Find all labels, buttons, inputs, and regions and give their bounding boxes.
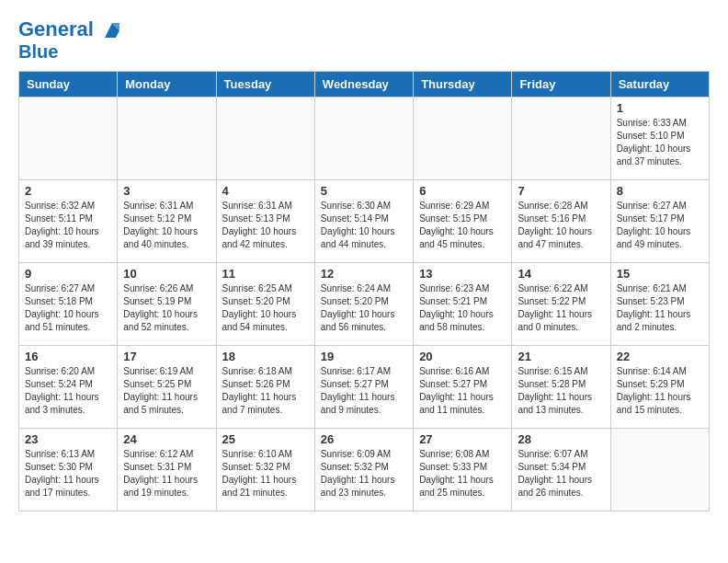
day-number: 12 xyxy=(321,267,407,281)
weekday-saturday: Saturday xyxy=(610,72,709,98)
logo-text: General xyxy=(18,18,123,41)
day-number: 6 xyxy=(419,184,506,198)
day-number: 27 xyxy=(419,432,506,446)
week-row-2: 2Sunrise: 6:32 AM Sunset: 5:11 PM Daylig… xyxy=(19,180,710,263)
weekday-thursday: Thursday xyxy=(414,72,512,98)
day-number: 3 xyxy=(123,184,210,198)
weekday-monday: Monday xyxy=(118,72,216,98)
day-info: Sunrise: 6:15 AM Sunset: 5:28 PM Dayligh… xyxy=(518,365,604,417)
day-cell: 21Sunrise: 6:15 AM Sunset: 5:28 PM Dayli… xyxy=(512,346,610,429)
day-cell xyxy=(610,429,709,511)
day-cell: 6Sunrise: 6:29 AM Sunset: 5:15 PM Daylig… xyxy=(414,180,512,263)
day-number: 2 xyxy=(25,184,111,198)
day-cell: 1Sunrise: 6:33 AM Sunset: 5:10 PM Daylig… xyxy=(610,98,709,180)
day-number: 5 xyxy=(321,184,407,198)
day-number: 9 xyxy=(25,267,111,281)
day-cell: 26Sunrise: 6:09 AM Sunset: 5:32 PM Dayli… xyxy=(314,429,413,511)
day-info: Sunrise: 6:18 AM Sunset: 5:26 PM Dayligh… xyxy=(222,365,309,417)
day-info: Sunrise: 6:27 AM Sunset: 5:18 PM Dayligh… xyxy=(25,282,111,334)
day-cell: 17Sunrise: 6:19 AM Sunset: 5:25 PM Dayli… xyxy=(118,346,216,429)
day-info: Sunrise: 6:32 AM Sunset: 5:11 PM Dayligh… xyxy=(25,200,111,251)
week-row-5: 23Sunrise: 6:13 AM Sunset: 5:30 PM Dayli… xyxy=(19,429,710,511)
day-cell: 14Sunrise: 6:22 AM Sunset: 5:22 PM Dayli… xyxy=(512,263,610,346)
weekday-header-row: SundayMondayTuesdayWednesdayThursdayFrid… xyxy=(19,72,710,98)
day-info: Sunrise: 6:30 AM Sunset: 5:14 PM Dayligh… xyxy=(321,200,407,251)
day-cell: 10Sunrise: 6:26 AM Sunset: 5:19 PM Dayli… xyxy=(118,263,216,346)
day-info: Sunrise: 6:27 AM Sunset: 5:17 PM Dayligh… xyxy=(617,200,703,251)
logo-subtext: Blue xyxy=(18,41,123,62)
weekday-sunday: Sunday xyxy=(19,72,118,98)
day-cell xyxy=(314,98,413,180)
day-cell: 2Sunrise: 6:32 AM Sunset: 5:11 PM Daylig… xyxy=(19,180,118,263)
day-number: 17 xyxy=(123,350,210,363)
day-info: Sunrise: 6:22 AM Sunset: 5:22 PM Dayligh… xyxy=(518,282,604,334)
day-cell: 13Sunrise: 6:23 AM Sunset: 5:21 PM Dayli… xyxy=(414,263,512,346)
day-info: Sunrise: 6:19 AM Sunset: 5:25 PM Dayligh… xyxy=(123,365,210,417)
day-number: 24 xyxy=(123,432,210,446)
day-number: 22 xyxy=(617,350,703,363)
week-row-4: 16Sunrise: 6:20 AM Sunset: 5:24 PM Dayli… xyxy=(19,346,710,429)
day-cell: 25Sunrise: 6:10 AM Sunset: 5:32 PM Dayli… xyxy=(216,429,314,511)
day-cell xyxy=(118,98,216,180)
day-number: 4 xyxy=(222,184,309,198)
day-cell: 5Sunrise: 6:30 AM Sunset: 5:14 PM Daylig… xyxy=(314,180,413,263)
day-number: 10 xyxy=(123,267,210,281)
day-cell: 16Sunrise: 6:20 AM Sunset: 5:24 PM Dayli… xyxy=(19,346,118,429)
day-number: 23 xyxy=(25,432,111,446)
day-number: 15 xyxy=(617,267,703,281)
day-cell: 28Sunrise: 6:07 AM Sunset: 5:34 PM Dayli… xyxy=(512,429,610,511)
day-number: 7 xyxy=(518,184,604,198)
week-row-3: 9Sunrise: 6:27 AM Sunset: 5:18 PM Daylig… xyxy=(19,263,710,346)
day-number: 11 xyxy=(222,267,309,281)
day-number: 13 xyxy=(419,267,506,281)
day-cell: 7Sunrise: 6:28 AM Sunset: 5:16 PM Daylig… xyxy=(512,180,610,263)
day-number: 14 xyxy=(518,267,604,281)
day-info: Sunrise: 6:20 AM Sunset: 5:24 PM Dayligh… xyxy=(25,365,111,417)
day-number: 8 xyxy=(617,184,703,198)
day-number: 25 xyxy=(222,432,309,446)
day-cell: 24Sunrise: 6:12 AM Sunset: 5:31 PM Dayli… xyxy=(118,429,216,511)
day-info: Sunrise: 6:29 AM Sunset: 5:15 PM Dayligh… xyxy=(419,200,506,251)
day-cell: 15Sunrise: 6:21 AM Sunset: 5:23 PM Dayli… xyxy=(610,263,709,346)
day-cell: 20Sunrise: 6:16 AM Sunset: 5:27 PM Dayli… xyxy=(414,346,512,429)
day-cell xyxy=(414,98,512,180)
day-cell: 4Sunrise: 6:31 AM Sunset: 5:13 PM Daylig… xyxy=(216,180,314,263)
day-info: Sunrise: 6:33 AM Sunset: 5:10 PM Dayligh… xyxy=(617,117,703,168)
day-number: 28 xyxy=(518,432,604,446)
logo: General Blue xyxy=(18,18,123,62)
day-info: Sunrise: 6:26 AM Sunset: 5:19 PM Dayligh… xyxy=(123,282,210,334)
week-row-1: 1Sunrise: 6:33 AM Sunset: 5:10 PM Daylig… xyxy=(19,98,710,180)
day-cell: 11Sunrise: 6:25 AM Sunset: 5:20 PM Dayli… xyxy=(216,263,314,346)
day-cell xyxy=(216,98,314,180)
day-cell: 8Sunrise: 6:27 AM Sunset: 5:17 PM Daylig… xyxy=(610,180,709,263)
day-info: Sunrise: 6:23 AM Sunset: 5:21 PM Dayligh… xyxy=(419,282,506,334)
weekday-friday: Friday xyxy=(512,72,610,98)
weekday-wednesday: Wednesday xyxy=(314,72,413,98)
day-info: Sunrise: 6:08 AM Sunset: 5:33 PM Dayligh… xyxy=(419,448,506,500)
day-info: Sunrise: 6:24 AM Sunset: 5:20 PM Dayligh… xyxy=(321,282,407,334)
day-info: Sunrise: 6:12 AM Sunset: 5:31 PM Dayligh… xyxy=(123,448,210,500)
day-cell xyxy=(512,98,610,180)
day-cell: 19Sunrise: 6:17 AM Sunset: 5:27 PM Dayli… xyxy=(314,346,413,429)
day-number: 20 xyxy=(419,350,506,363)
day-info: Sunrise: 6:13 AM Sunset: 5:30 PM Dayligh… xyxy=(25,448,111,500)
day-info: Sunrise: 6:28 AM Sunset: 5:16 PM Dayligh… xyxy=(518,200,604,251)
day-number: 18 xyxy=(222,350,309,363)
day-cell: 9Sunrise: 6:27 AM Sunset: 5:18 PM Daylig… xyxy=(19,263,118,346)
day-info: Sunrise: 6:07 AM Sunset: 5:34 PM Dayligh… xyxy=(518,448,604,500)
day-cell: 23Sunrise: 6:13 AM Sunset: 5:30 PM Dayli… xyxy=(19,429,118,511)
day-number: 1 xyxy=(617,101,703,115)
day-cell: 22Sunrise: 6:14 AM Sunset: 5:29 PM Dayli… xyxy=(610,346,709,429)
day-cell: 27Sunrise: 6:08 AM Sunset: 5:33 PM Dayli… xyxy=(414,429,512,511)
day-info: Sunrise: 6:14 AM Sunset: 5:29 PM Dayligh… xyxy=(617,365,703,417)
day-info: Sunrise: 6:21 AM Sunset: 5:23 PM Dayligh… xyxy=(617,282,703,334)
day-info: Sunrise: 6:10 AM Sunset: 5:32 PM Dayligh… xyxy=(222,448,309,500)
day-info: Sunrise: 6:16 AM Sunset: 5:27 PM Dayligh… xyxy=(419,365,506,417)
day-cell: 3Sunrise: 6:31 AM Sunset: 5:12 PM Daylig… xyxy=(118,180,216,263)
day-info: Sunrise: 6:31 AM Sunset: 5:12 PM Dayligh… xyxy=(123,200,210,251)
day-info: Sunrise: 6:31 AM Sunset: 5:13 PM Dayligh… xyxy=(222,200,309,251)
day-cell: 12Sunrise: 6:24 AM Sunset: 5:20 PM Dayli… xyxy=(314,263,413,346)
day-info: Sunrise: 6:25 AM Sunset: 5:20 PM Dayligh… xyxy=(222,282,309,334)
page-header: General Blue xyxy=(18,18,710,62)
day-number: 26 xyxy=(321,432,407,446)
